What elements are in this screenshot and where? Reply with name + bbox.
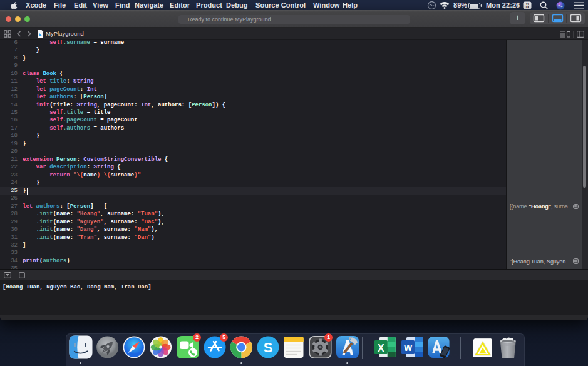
svg-text:X: X bbox=[378, 343, 384, 353]
svg-text:VI: VI bbox=[526, 2, 529, 5]
svg-text:TX: TX bbox=[525, 6, 530, 9]
svg-text:W: W bbox=[404, 343, 413, 353]
svg-text:S: S bbox=[264, 340, 273, 355]
